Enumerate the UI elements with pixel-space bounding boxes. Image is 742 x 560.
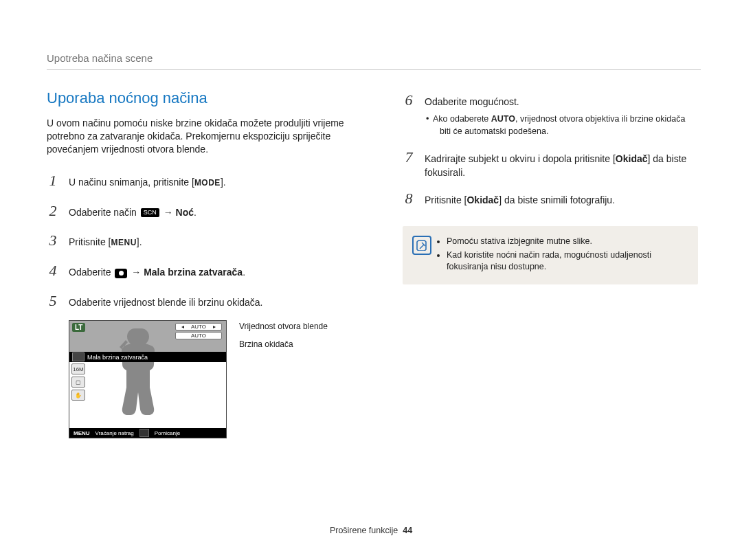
step-number: 4 [47, 260, 59, 282]
info-note-box: Pomoću stativa izbjegnite mutne slike. K… [403, 226, 698, 284]
step-number: 5 [47, 290, 59, 312]
callout-shutter: Brzina okidača [239, 339, 293, 349]
resolution-icon: 16M [71, 363, 85, 374]
info-item-1: Pomoću stativa izbjegnite mutne slike. [447, 236, 687, 248]
steps-list-left: 1 U načinu snimanja, pritisnite [MODE]. … [47, 170, 370, 312]
step-3-text: Pritisnite [MENU]. [69, 235, 370, 249]
steps-list-right: 6 Odaberite mogućnost. Ako odaberete AUT… [403, 89, 698, 210]
camera-icon [115, 269, 127, 278]
step-number: 6 [403, 89, 415, 111]
metering-icon: ▢ [71, 377, 85, 388]
move-label: Pomicanje [155, 430, 180, 436]
step-number: 8 [403, 188, 415, 210]
step-number: 3 [47, 229, 59, 251]
menu-label-small: MENU [74, 430, 90, 436]
step-number: 2 [47, 200, 59, 222]
info-item-2: Kad koristite noćni način rada, mogućnos… [447, 249, 687, 273]
person-silhouette-icon [111, 325, 172, 428]
page-title: Uporaba noćnog načina [47, 89, 370, 107]
step-number: 1 [47, 170, 59, 192]
nav-icon [139, 429, 149, 437]
page-footer: Proširene funkcije 44 [0, 526, 742, 535]
lcd-setting-bar: Mala brzina zatvarača [69, 352, 226, 362]
callout-aperture: Vrijednost otvora blende [239, 322, 328, 331]
step-4-text: Odaberite → Mala brzina zatvarača. [69, 265, 370, 279]
step-1-text: U načinu snimanja, pritisnite [MODE]. [69, 175, 370, 189]
lcd-bottom-bar: MENU Vraćanje natrag Pomicanje [69, 428, 226, 438]
step-6-note: Ako odaberete AUTO, vrijednost otvora ob… [433, 113, 698, 137]
breadcrumb: Upotreba načina scene [47, 52, 701, 70]
stabilizer-icon: ✋ [71, 390, 85, 401]
grid-icon [72, 352, 85, 361]
lt-badge: LT [72, 323, 85, 332]
lcd-screen: LT ◂AUTO▸ AUTO Mala brzina zatvarača [69, 320, 227, 438]
step-7-text: Kadrirajte subjekt u okviru i dopola pri… [425, 152, 698, 180]
back-label: Vraćanje natrag [95, 430, 134, 436]
shutter-auto-pill: AUTO [175, 332, 222, 339]
lcd-figure: LT ◂AUTO▸ AUTO Mala brzina zatvarača [69, 320, 370, 438]
figure-callouts: Vrijednost otvora blende Brzina okidača [239, 320, 328, 438]
aperture-auto-pill: ◂AUTO▸ [175, 323, 222, 331]
step-2-text: Odaberite način SCN → Noć. [69, 205, 370, 219]
lcd-side-icons: 16M ▢ ✋ [71, 363, 85, 401]
note-icon [412, 236, 431, 255]
mode-label: MODE [194, 177, 221, 189]
step-number: 7 [403, 146, 415, 168]
step-8-text: Pritisnite [Okidač] da biste snimili fot… [425, 193, 698, 207]
step-6-text: Odaberite mogućnost. Ako odaberete AUTO,… [425, 95, 698, 138]
scn-icon: SCN [141, 208, 159, 217]
intro-paragraph: U ovom načinu pomoću niske brzine okidač… [47, 117, 370, 156]
step-5-text: Odaberite vrijednost blende ili brzinu o… [69, 295, 370, 309]
menu-label: MENU [111, 237, 136, 249]
